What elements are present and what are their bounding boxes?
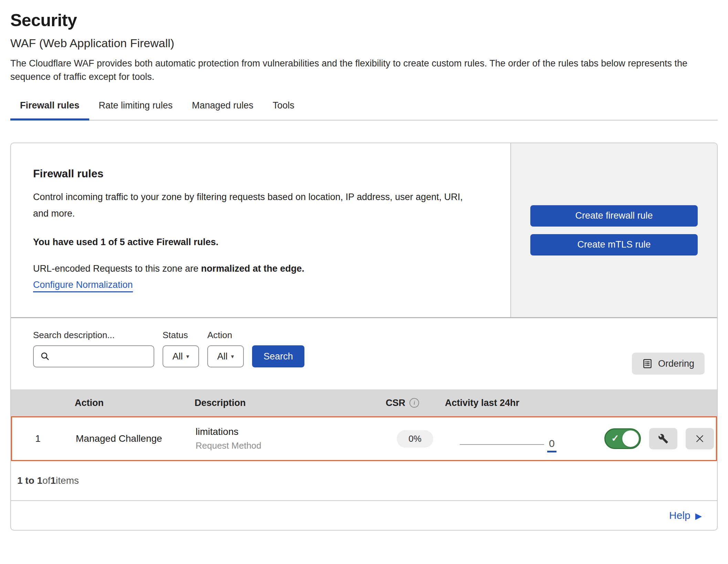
chevron-down-icon: ▾ (231, 353, 234, 360)
normalization-prefix: URL-encoded Requests to this zone are (33, 263, 201, 274)
usage-text: You have used 1 of 5 active Firewall rul… (33, 237, 490, 248)
action-label: Action (207, 330, 244, 341)
chevron-down-icon: ▾ (186, 353, 189, 360)
rule-controls: ✓ (604, 428, 718, 449)
tab-rate-limiting-rules[interactable]: Rate limiting rules (89, 100, 183, 120)
help-arrow-icon: ▶ (695, 511, 702, 521)
page-title: Security (10, 10, 718, 30)
delete-rule-button[interactable] (686, 428, 714, 449)
csr-column-header: CSR i (383, 398, 445, 408)
items-range: 1 to 1 (17, 475, 42, 486)
activity-count-link[interactable]: 0 (547, 438, 557, 452)
help-label: Help (669, 510, 690, 521)
status-select-value: All (173, 351, 183, 362)
rule-expression-summary: Request Method (196, 440, 384, 451)
page-description: The Cloudflare WAF provides both automat… (10, 57, 716, 84)
action-select-value: All (217, 351, 228, 362)
panel-description: Control incoming traffic to your zone by… (33, 189, 467, 222)
tab-managed-rules[interactable]: Managed rules (182, 100, 263, 120)
status-filter-group: Status All ▾ (163, 330, 199, 367)
items-of: of (42, 475, 50, 486)
rule-action: Managed Challenge (64, 433, 184, 444)
search-input[interactable] (54, 346, 150, 367)
info-icon[interactable]: i (409, 398, 419, 408)
card-top-section: Firewall rules Control incoming traffic … (11, 143, 717, 318)
status-select[interactable]: All ▾ (163, 345, 199, 367)
rule-description-cell: limitations Request Method (184, 426, 384, 451)
description-column-header: Description (183, 398, 383, 408)
actions-panel: Create firewall rule Create mTLS rule (510, 143, 717, 317)
search-filter-group: Search description... (33, 330, 154, 367)
close-icon (695, 434, 705, 444)
wrench-icon (658, 434, 668, 444)
create-firewall-rule-button[interactable]: Create firewall rule (530, 205, 698, 227)
configure-normalization-link[interactable]: Configure Normalization (33, 280, 133, 292)
action-column-header: Action (63, 398, 183, 408)
status-label: Status (163, 330, 199, 341)
firewall-rules-info: Firewall rules Control incoming traffic … (11, 143, 510, 317)
filters-row: Search description... Status All ▾ (33, 330, 705, 367)
page-subtitle: WAF (Web Application Firewall) (10, 36, 718, 50)
csr-badge: 0% (397, 430, 433, 448)
search-button[interactable]: Search (252, 345, 304, 367)
activity-sparkline (460, 444, 544, 445)
help-link[interactable]: Help ▶ (669, 510, 702, 521)
action-select[interactable]: All ▾ (207, 345, 244, 367)
ordering-button[interactable]: Ordering (632, 353, 705, 375)
panel-heading: Firewall rules (33, 167, 490, 180)
table-row[interactable]: 1 Managed Challenge limitations Request … (11, 416, 717, 461)
rule-csr-cell: 0% (384, 430, 446, 448)
csr-header-label: CSR (386, 398, 405, 408)
check-icon: ✓ (611, 433, 619, 444)
rule-priority: 1 (12, 433, 64, 444)
toggle-knob (622, 430, 639, 447)
help-row: Help ▶ (11, 501, 717, 530)
security-waf-page: Security WAF (Web Application Firewall) … (0, 0, 728, 531)
rule-description: limitations (196, 426, 384, 437)
table-header: Action Description CSR i Activity last 2… (11, 389, 717, 416)
edit-rule-button[interactable] (649, 428, 677, 449)
pagination-summary: 1 to 1 of 1 items (11, 461, 717, 501)
tab-tools[interactable]: Tools (263, 100, 304, 120)
items-total: 1 (51, 475, 56, 486)
search-label: Search description... (33, 330, 154, 341)
create-mtls-rule-button[interactable]: Create mTLS rule (530, 234, 698, 255)
activity-column-header: Activity last 24hr (445, 398, 603, 408)
items-word: items (56, 475, 79, 486)
rule-activity-cell: 0 (446, 417, 604, 460)
normalization-bold: normalized at the edge. (201, 263, 304, 274)
firewall-rules-card: Firewall rules Control incoming traffic … (10, 143, 718, 531)
search-input-wrap (33, 345, 154, 367)
filters-bar: Search description... Status All ▾ (11, 318, 717, 389)
rule-enabled-toggle[interactable]: ✓ (604, 428, 641, 449)
rules-tabbar: Firewall rules Rate limiting rules Manag… (10, 100, 718, 121)
action-filter-group: Action All ▾ (207, 330, 244, 367)
search-icon (40, 351, 50, 362)
normalization-text: URL-encoded Requests to this zone are no… (33, 263, 490, 274)
ordering-icon (642, 358, 653, 369)
tab-firewall-rules[interactable]: Firewall rules (10, 100, 89, 120)
ordering-button-label: Ordering (658, 358, 694, 369)
